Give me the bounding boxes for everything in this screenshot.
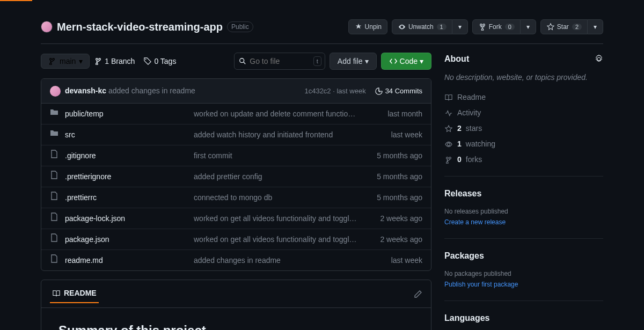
gear-icon[interactable] xyxy=(595,55,603,63)
publish-package-link[interactable]: Publish your first package xyxy=(444,281,518,288)
file-name[interactable]: src xyxy=(65,129,194,141)
file-row[interactable]: package-lock.jsonworked on get all video… xyxy=(41,208,431,229)
file-row[interactable]: public/tempworked on update and delete c… xyxy=(41,104,431,124)
file-icon xyxy=(50,171,58,182)
readme-heading: Summary of this project xyxy=(58,321,414,330)
tags-link[interactable]: 0 Tags xyxy=(143,56,176,67)
watching-link[interactable]: 1watching xyxy=(444,138,603,150)
code-button[interactable]: Code ▾ xyxy=(381,53,431,70)
file-time: 2 weeks ago xyxy=(358,213,422,224)
readme-link[interactable]: Readme xyxy=(444,92,603,103)
file-time: last week xyxy=(358,129,422,141)
star-button[interactable]: Star 2 xyxy=(540,19,588,34)
chevron-down-icon: ▾ xyxy=(591,23,599,31)
edit-readme-button[interactable] xyxy=(414,290,422,298)
file-row[interactable]: .gitignorefirst commit5 months ago xyxy=(41,145,431,166)
fork-icon xyxy=(444,156,453,164)
file-row[interactable]: srcadded watch history and initiated fro… xyxy=(41,124,431,145)
activity-link[interactable]: Activity xyxy=(444,107,603,119)
file-commit-msg[interactable]: first commit xyxy=(194,150,358,162)
file-name[interactable]: .gitignore xyxy=(65,150,194,162)
fork-dropdown[interactable]: ▾ xyxy=(521,19,536,34)
chevron-down-icon: ▾ xyxy=(420,57,423,65)
star-icon xyxy=(444,124,453,133)
packages-none: No packages published xyxy=(444,269,603,278)
go-to-file-input[interactable] xyxy=(246,57,320,65)
folder-icon xyxy=(50,129,58,141)
repo-header: Mern-stack-video-streaming-app Public Un… xyxy=(41,10,603,44)
commits-link[interactable]: 34 Commits xyxy=(375,86,422,97)
svg-point-0 xyxy=(145,59,147,60)
unpin-button[interactable]: Unpin xyxy=(348,19,387,34)
book-icon xyxy=(52,289,61,298)
file-name[interactable]: package-lock.json xyxy=(65,213,194,224)
readme-tab[interactable]: README xyxy=(50,284,99,303)
repo-avatar[interactable] xyxy=(41,21,53,33)
file-commit-msg[interactable]: worked on update and delete comment func… xyxy=(194,108,358,120)
branch-selector[interactable]: main ▾ xyxy=(41,54,90,69)
commit-hash[interactable]: 1c432c2 · last week xyxy=(304,86,365,97)
file-icon xyxy=(50,212,58,224)
file-name[interactable]: .prettierignore xyxy=(65,171,194,182)
unwatch-dropdown[interactable]: ▾ xyxy=(452,19,468,34)
file-icon xyxy=(50,233,58,245)
file-commit-msg[interactable]: added prettier config xyxy=(194,171,358,182)
stars-link[interactable]: 2stars xyxy=(444,123,603,134)
file-commit-msg[interactable]: worked on get all videos functionality a… xyxy=(194,234,358,245)
file-commit-msg[interactable]: worked on get all videos functionality a… xyxy=(194,213,358,224)
packages-title: Packages xyxy=(444,250,484,262)
file-time: 5 months ago xyxy=(358,150,422,162)
branches-link[interactable]: 1 Branch xyxy=(94,56,135,67)
file-row[interactable]: .prettierrcconnected to mongo db5 months… xyxy=(41,187,431,208)
file-name[interactable]: public/temp xyxy=(65,108,194,120)
pencil-icon xyxy=(414,290,422,298)
eye-icon xyxy=(444,140,453,149)
file-time: 5 months ago xyxy=(358,171,422,182)
chevron-down-icon: ▾ xyxy=(456,23,464,31)
visibility-badge: Public xyxy=(227,21,253,32)
about-description: No description, website, or topics provi… xyxy=(444,72,603,83)
file-time: 2 weeks ago xyxy=(358,234,422,245)
forks-link[interactable]: 0forks xyxy=(444,154,603,165)
file-time: last month xyxy=(358,108,422,120)
svg-point-1 xyxy=(240,58,244,63)
code-icon xyxy=(389,57,398,65)
file-time: 5 months ago xyxy=(358,192,422,203)
pulse-icon xyxy=(444,109,453,118)
author-avatar[interactable] xyxy=(50,86,61,97)
repo-name[interactable]: Mern-stack-video-streaming-app xyxy=(57,19,223,35)
search-icon xyxy=(239,57,246,65)
readme-container: README Summary of this project This proj… xyxy=(41,280,431,330)
tag-icon xyxy=(143,57,152,65)
go-to-file[interactable]: t xyxy=(234,53,325,70)
pin-icon xyxy=(354,23,363,31)
commit-author[interactable]: devansh-kc xyxy=(65,86,106,95)
chevron-down-icon: ▾ xyxy=(365,57,369,65)
file-time: last week xyxy=(358,255,422,266)
file-name[interactable]: readme.md xyxy=(65,255,194,266)
star-dropdown[interactable]: ▾ xyxy=(588,19,603,34)
chevron-down-icon: ▾ xyxy=(79,57,83,65)
branch-icon xyxy=(94,57,103,65)
chevron-down-icon: ▾ xyxy=(524,23,532,31)
add-file-button[interactable]: Add file ▾ xyxy=(330,53,377,70)
fork-button[interactable]: Fork 0 xyxy=(472,19,521,34)
folder-icon xyxy=(50,108,58,120)
file-commit-msg[interactable]: connected to mongo db xyxy=(194,192,358,203)
fork-icon xyxy=(478,23,487,31)
file-row[interactable]: .prettierignoreadded prettier config5 mo… xyxy=(41,166,431,187)
file-row[interactable]: readme.mdadded changes in readmelast wee… xyxy=(41,250,431,270)
file-explorer: devansh-kc added changes in readme 1c432… xyxy=(41,78,431,271)
file-name[interactable]: .prettierrc xyxy=(65,192,194,203)
file-commit-msg[interactable]: added changes in readme xyxy=(194,255,358,266)
commit-message[interactable]: added changes in readme xyxy=(108,86,195,95)
unwatch-button[interactable]: Unwatch 1 xyxy=(392,19,452,34)
file-icon xyxy=(50,192,58,203)
file-row[interactable]: package.jsonworked on get all videos fun… xyxy=(41,229,431,250)
file-name[interactable]: package.json xyxy=(65,234,194,245)
eye-icon xyxy=(398,23,406,31)
file-icon xyxy=(50,254,58,266)
file-commit-msg[interactable]: added watch history and initiated fronte… xyxy=(194,129,358,141)
releases-none: No releases published xyxy=(444,207,603,216)
create-release-link[interactable]: Create a new release xyxy=(444,218,506,226)
